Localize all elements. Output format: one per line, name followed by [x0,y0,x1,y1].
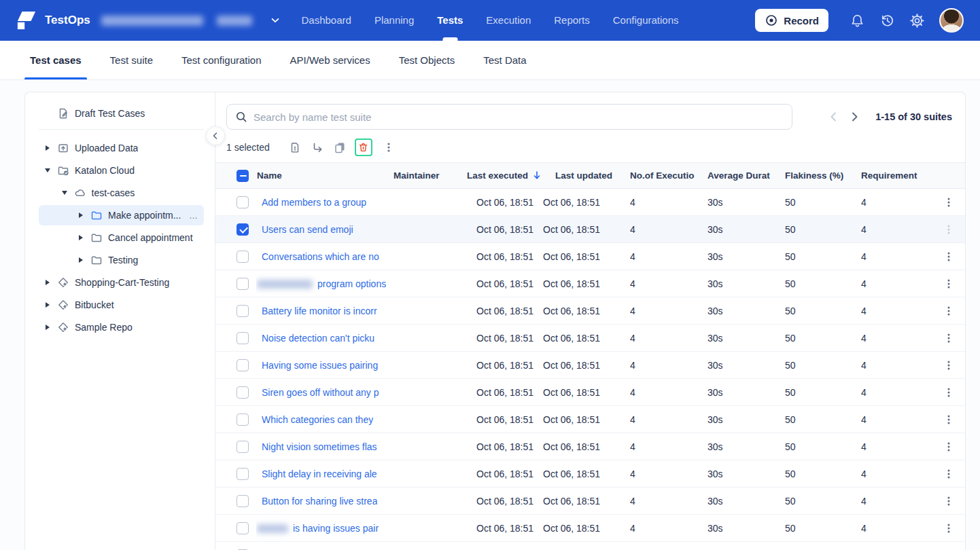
row-checkbox[interactable] [237,468,249,480]
more-actions-button[interactable] [381,139,396,155]
nav-item-planning[interactable]: Planning [374,0,414,41]
nav-item-tests[interactable]: Tests [437,0,463,41]
test-suite-link[interactable]: Users can send emoji [262,224,353,235]
test-suite-link[interactable]: Noise detection can't picku [262,333,374,344]
table-row[interactable]: Noise detection can't picku Oct 06, 18:5… [215,325,965,352]
search-input[interactable] [253,111,784,123]
row-checkbox[interactable] [237,386,249,399]
tab-test-data[interactable]: Test Data [482,41,527,79]
more-actions-icon[interactable]: … [189,210,198,221]
tree-item-cancel-appointment[interactable]: Cancel appointment … [39,227,204,248]
settings-gear-icon[interactable] [909,13,925,29]
row-checkbox[interactable] [237,522,249,534]
tree-item-test-cases[interactable]: test-cases … [39,183,204,203]
test-suite-link[interactable]: is having issues pair [293,523,379,534]
column-header-avg-duration[interactable]: Average Durat [707,163,785,189]
row-checkbox[interactable] [237,251,249,263]
caret-icon[interactable] [77,235,85,240]
row-actions-button[interactable] [940,331,958,345]
tree-item-uploaded-data[interactable]: Uploaded Data … [39,138,204,158]
duplicate-button[interactable] [332,139,347,155]
tree-item-katalon-cloud[interactable]: Katalon Cloud … [39,160,204,181]
test-suite-link[interactable]: Having some issues pairing [262,360,378,371]
column-header-requirement[interactable]: Requirement [861,163,940,189]
caret-icon[interactable] [43,325,52,330]
row-actions-button[interactable] [940,440,958,454]
table-row[interactable]: Battery life monitor is incorr Oct 06, 1… [215,297,965,325]
row-actions-button[interactable] [940,494,958,508]
row-checkbox[interactable] [237,223,249,236]
column-header-executions[interactable]: No.of Executio [630,163,707,189]
column-header-maintainer[interactable]: Maintainer [389,163,466,189]
project-switcher-chevron-down-icon[interactable] [270,15,281,26]
row-checkbox[interactable] [237,305,249,317]
table-row[interactable]: Slight delay in receiving ale Oct 06, 18… [215,460,965,488]
move-button[interactable] [310,139,325,155]
notifications-bell-icon[interactable] [850,13,865,29]
test-suite-link[interactable]: Night vision sometimes flas [262,441,377,452]
file-report-button[interactable] [287,139,302,155]
test-suite-link[interactable]: Button for sharing live strea [262,496,377,507]
column-header-flakiness[interactable]: Flakiness (%) [785,163,861,189]
table-row[interactable]: Add members to a group Oct 06, 18:51 Oct… [215,189,965,216]
row-checkbox[interactable] [237,278,249,290]
test-suite-link[interactable]: program options [317,278,386,289]
table-row[interactable]: Button for sharing live strea Oct 06, 18… [215,488,965,515]
test-suite-link[interactable]: Battery life monitor is incorr [262,306,377,316]
caret-icon[interactable] [43,302,52,308]
tree-item-shopping-cart-testing[interactable]: Shopping-Cart-Testing … [39,272,204,293]
tab-test-objects[interactable]: Test Objects [398,41,457,79]
tree-item-sample-repo[interactable]: Sample Repo … [39,317,204,337]
row-checkbox[interactable] [237,196,249,208]
row-actions-button[interactable] [940,196,958,209]
caret-icon[interactable] [77,213,85,218]
column-header-last-updated[interactable]: Last updated [543,163,630,189]
nav-item-execution[interactable]: Execution [486,0,531,41]
row-actions-button[interactable] [940,467,958,481]
row-checkbox[interactable] [237,414,249,426]
tree-item-make-appointm[interactable]: Make appointm... … [39,205,204,225]
nav-item-dashboard[interactable]: Dashboard [302,0,351,41]
row-checkbox[interactable] [237,441,249,453]
test-suite-link[interactable]: Slight delay in receiving ale [262,469,377,479]
nav-item-configurations[interactable]: Configurations [613,0,679,41]
select-all-checkbox[interactable] [237,170,249,182]
table-row[interactable]: Night vision sometimes flas Oct 06, 18:5… [215,433,965,460]
row-actions-button[interactable] [940,413,958,426]
tab-test-cases[interactable]: Test cases [29,41,83,79]
table-row[interactable]: Conversations which are no Oct 06, 18:51… [215,243,965,270]
row-actions-button[interactable] [940,386,958,399]
user-avatar[interactable] [939,8,964,33]
table-row[interactable]: program options Oct 06, 18:51 Oct 06, 18… [215,270,965,297]
row-actions-button[interactable] [940,223,958,236]
table-row[interactable]: Which categories can they Oct 06, 18:51 … [215,406,965,433]
caret-icon[interactable] [43,168,52,172]
tab-api-web-services[interactable]: API/Web services [289,41,372,79]
row-actions-button[interactable] [940,277,958,291]
table-row[interactable]: is having issues pair Oct 06, 18:51 Oct … [215,515,965,542]
test-suite-link[interactable]: Conversations which are no [262,251,379,262]
caret-icon[interactable] [43,145,52,151]
caret-icon[interactable] [60,191,69,195]
pagination-prev-button[interactable] [826,109,841,124]
record-button[interactable]: Record [755,9,828,32]
row-actions-button[interactable] [940,359,958,372]
row-actions-button[interactable] [940,304,958,318]
row-checkbox[interactable] [237,359,249,371]
table-row[interactable]: Users can send emoji Oct 06, 18:51 Oct 0… [215,216,965,243]
test-suite-link[interactable]: Add members to a group [262,197,366,208]
history-icon[interactable] [879,13,895,29]
table-row[interactable] [215,542,965,550]
test-suite-link[interactable]: Which categories can they [262,414,373,425]
test-suite-link[interactable]: Siren goes off without any p [262,387,379,398]
table-row[interactable]: Having some issues pairing Oct 06, 18:51… [215,352,965,379]
row-checkbox[interactable] [237,332,249,344]
row-checkbox[interactable] [237,495,249,507]
tab-test-suite[interactable]: Test suite [109,41,154,79]
tree-item-draft-test-cases[interactable]: Draft Test Cases … [39,103,204,124]
tab-test-configuration[interactable]: Test configuration [180,41,263,79]
caret-icon[interactable] [77,257,85,263]
delete-button[interactable] [355,139,372,156]
row-actions-button[interactable] [940,250,958,263]
tree-item-testing[interactable]: Testing … [39,250,204,270]
